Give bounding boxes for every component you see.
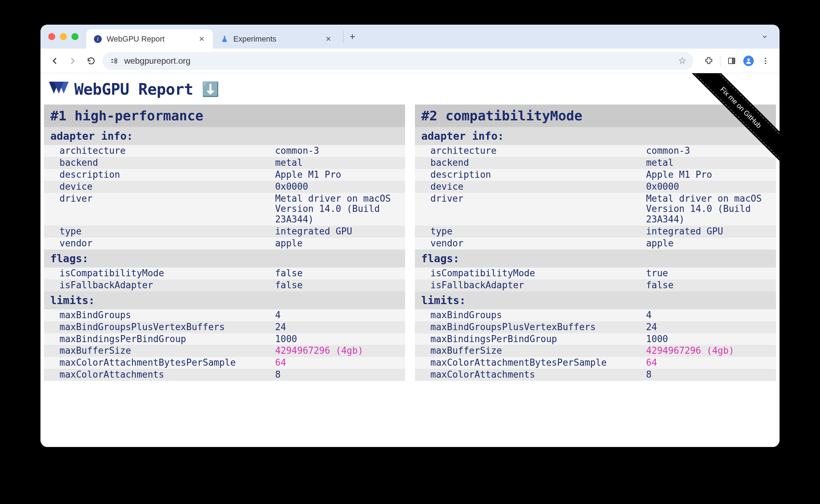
table-row: isFallbackAdapterfalse [415, 279, 776, 291]
close-tab-icon[interactable]: × [197, 33, 206, 44]
table-row: maxBindGroupsPlusVertexBuffers24 [44, 321, 405, 333]
maximize-window-button[interactable] [71, 33, 78, 40]
info-icon: i [93, 34, 102, 44]
table-row: maxBufferSize4294967296 (4gb) [415, 345, 776, 357]
table-row: driverMetal driver on macOS Version 14.0… [44, 193, 405, 226]
svg-rect-8 [732, 58, 735, 64]
separator [720, 56, 720, 66]
section-rows: architecturecommon-3backendmetaldescript… [44, 145, 405, 250]
row-key: isFallbackAdapter [44, 280, 275, 291]
section-rows: maxBindGroups4maxBindGroupsPlusVertexBuf… [415, 309, 776, 381]
panel-heading: #1 high-performance [44, 105, 405, 127]
table-row: device0x0000 [415, 181, 776, 193]
back-button[interactable] [48, 54, 62, 68]
table-row: maxBufferSize4294967296 (4gb) [44, 345, 405, 357]
section-heading: adapter info: [44, 127, 405, 145]
row-key: architecture [415, 146, 646, 156]
section-rows: architecturecommon-3backendmetaldescript… [415, 145, 776, 250]
panel-heading: #2 compatibilityMode [415, 105, 776, 127]
section-rows: isCompatibilityModefalseisFallbackAdapte… [44, 267, 405, 291]
row-key: description [44, 170, 275, 180]
menu-button[interactable] [758, 54, 772, 68]
table-row: device0x0000 [44, 181, 405, 193]
svg-text:i: i [97, 36, 99, 42]
row-value: Apple M1 Pro [646, 170, 776, 180]
row-value: Metal driver on macOS Version 14.0 (Buil… [275, 194, 405, 225]
forward-button[interactable] [66, 54, 80, 68]
table-row: architecturecommon-3 [44, 145, 405, 157]
section-heading: flags: [415, 250, 776, 267]
row-key: maxBindGroupsPlusVertexBuffers [415, 322, 646, 333]
table-row: isCompatibilityModetrue [415, 267, 776, 279]
site-settings-icon[interactable] [109, 56, 119, 66]
row-value: false [275, 268, 405, 279]
row-key: type [44, 226, 275, 237]
profile-button[interactable] [742, 54, 756, 68]
row-key: isCompatibilityMode [44, 268, 275, 279]
row-key: backend [415, 158, 646, 168]
toolbar: webgpureport.org ☆ [40, 49, 780, 73]
panels-container: #1 high-performanceadapter info:architec… [40, 105, 780, 443]
close-tab-icon[interactable]: × [324, 33, 333, 44]
reload-button[interactable] [84, 54, 98, 68]
row-key: description [415, 170, 646, 180]
tab-title: Experiments [233, 34, 276, 44]
extensions-icon[interactable] [702, 54, 716, 68]
svg-rect-2 [111, 59, 113, 60]
svg-rect-3 [111, 62, 113, 63]
row-value: 4294967296 (4gb) [646, 346, 776, 356]
table-row: maxBindGroups4 [415, 309, 776, 321]
row-value: apple [275, 238, 405, 249]
tab-webgpu-report[interactable]: i WebGPU Report × [86, 29, 213, 49]
webgpu-logo-icon [49, 82, 69, 97]
profile-avatar-icon [743, 56, 754, 66]
address-bar[interactable]: webgpureport.org ☆ [102, 52, 693, 70]
row-value: common-3 [646, 146, 776, 156]
row-value: 1000 [646, 334, 776, 345]
table-row: typeintegrated GPU [415, 226, 776, 238]
row-key: driver [415, 194, 646, 225]
row-value: 64 [275, 358, 405, 368]
section-heading: adapter info: [415, 127, 776, 145]
table-row: architecturecommon-3 [415, 145, 776, 157]
row-value: 4 [646, 310, 776, 321]
table-row: backendmetal [44, 157, 405, 169]
url-text: webgpureport.org [124, 56, 673, 66]
row-value: integrated GPU [275, 226, 405, 237]
sidepanel-icon[interactable] [725, 54, 739, 68]
row-key: maxColorAttachmentBytesPerSample [44, 358, 275, 368]
row-key: driver [44, 194, 275, 225]
row-value: false [275, 280, 405, 291]
svg-point-5 [115, 61, 117, 63]
table-row: backendmetal [415, 157, 776, 169]
new-tab-button[interactable]: + [343, 30, 356, 43]
row-key: isFallbackAdapter [415, 280, 646, 291]
row-value: 0x0000 [646, 182, 776, 192]
row-key: maxBindGroups [415, 310, 646, 321]
row-value: Apple M1 Pro [275, 170, 405, 180]
table-row: descriptionApple M1 Pro [415, 169, 776, 181]
page-content: Fix me on GitHub WebGPU Report ⬇️ #1 hig… [40, 73, 780, 447]
row-value: 64 [646, 358, 776, 368]
row-value: apple [646, 238, 776, 249]
close-window-button[interactable] [48, 33, 55, 40]
bookmark-star-icon[interactable]: ☆ [678, 55, 686, 66]
section-rows: maxBindGroups4maxBindGroupsPlusVertexBuf… [44, 309, 405, 381]
table-row: maxColorAttachments8 [44, 369, 405, 381]
minimize-window-button[interactable] [60, 33, 67, 40]
browser-window: i WebGPU Report × Experiments × + [40, 25, 780, 447]
adapter-panel: #2 compatibilityModeadapter info:archite… [415, 105, 776, 443]
download-button[interactable]: ⬇️ [202, 81, 219, 97]
page-header: WebGPU Report ⬇️ [40, 73, 780, 105]
toolbar-right [702, 54, 772, 68]
row-key: device [415, 182, 646, 192]
row-value: true [646, 268, 776, 279]
row-value: 8 [275, 370, 405, 380]
row-value: 4 [275, 310, 405, 321]
row-value: common-3 [275, 146, 405, 156]
tab-experiments[interactable]: Experiments × [213, 29, 340, 49]
flask-icon [220, 34, 229, 44]
tabs-dropdown-button[interactable] [758, 31, 772, 43]
row-value: 24 [275, 322, 405, 333]
row-key: maxBindGroupsPlusVertexBuffers [44, 322, 275, 333]
